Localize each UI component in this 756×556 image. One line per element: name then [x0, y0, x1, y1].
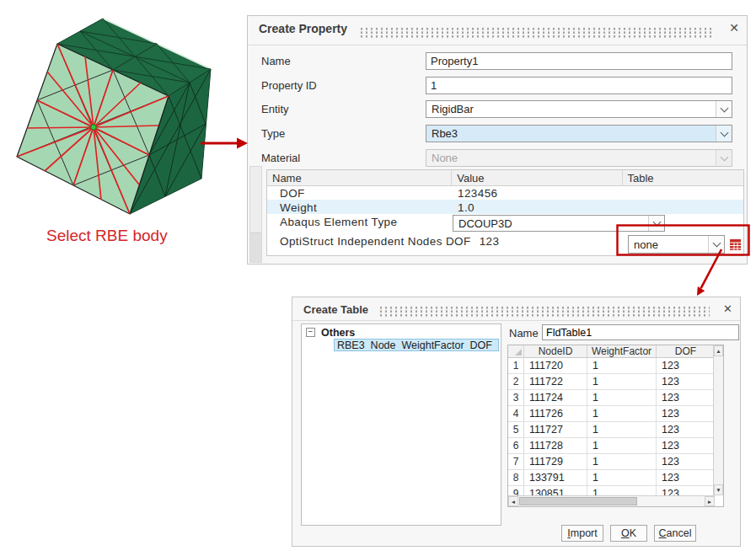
cell-dof[interactable]: 123	[657, 422, 715, 438]
cell-dof[interactable]: 123	[657, 470, 715, 486]
row-number[interactable]: 4	[508, 406, 524, 422]
cancel-button[interactable]: Cancel	[654, 525, 696, 542]
node-table: NodeID WeightFactor DOF 1111720112321117…	[507, 345, 724, 507]
cell-node-id[interactable]: 111724	[524, 390, 587, 406]
property-row: Abaqus Element Type DCOUP3D	[267, 214, 743, 233]
cell-weight-factor[interactable]: 1	[587, 454, 657, 470]
table-name-input[interactable]	[542, 324, 739, 340]
table-row: 11117201123	[508, 358, 715, 374]
table-row: 61117281123	[508, 438, 715, 454]
cell-dof[interactable]: 123	[657, 374, 715, 390]
cell-node-id[interactable]: 111727	[524, 422, 587, 438]
collapse-icon[interactable]: −	[306, 328, 315, 337]
row-number[interactable]: 5	[508, 422, 524, 438]
material-label: Material	[261, 152, 300, 164]
property-row: Weight 1.0	[267, 200, 743, 214]
table-type-tree: − Others RBE3_Node_WeightFactor_DOF	[301, 323, 501, 526]
name-label: Name	[261, 55, 291, 67]
column-header-dof[interactable]: DOF	[657, 345, 715, 357]
cell-node-id[interactable]: 111722	[524, 374, 587, 390]
row-number[interactable]: 6	[508, 438, 524, 454]
chevron-down-icon	[720, 128, 728, 136]
cell-node-id[interactable]: 111728	[524, 438, 587, 454]
column-header-value[interactable]: Value	[452, 170, 622, 185]
row-number[interactable]: 7	[508, 454, 524, 470]
cell-weight-factor[interactable]: 1	[587, 390, 657, 406]
entity-dropdown-button[interactable]	[716, 101, 732, 117]
row-number[interactable]: 8	[508, 470, 524, 486]
create-table-dialog: Create Table ✕ − Others RBE3_Node_Weight…	[292, 297, 741, 547]
chevron-down-icon	[720, 152, 728, 161]
optistruct-dof-value[interactable]: 123	[480, 235, 500, 248]
scrollbar-thumb[interactable]	[250, 233, 261, 262]
tree-item-rbe3-node-weightfactor-dof[interactable]: RBE3_Node_WeightFactor_DOF	[334, 339, 499, 351]
table-name-label: Name	[509, 327, 539, 339]
open-table-icon[interactable]	[729, 238, 742, 251]
cell-weight-factor[interactable]: 1	[587, 374, 657, 390]
entity-combo[interactable]: RigidBar	[426, 100, 732, 118]
cell-weight-factor[interactable]: 1	[587, 438, 657, 454]
rbe-center-node	[91, 125, 96, 130]
divider	[292, 320, 740, 321]
cell-weight-factor[interactable]: 1	[587, 422, 657, 438]
scroll-left-icon[interactable]: ◄	[508, 496, 518, 506]
create-property-dialog: Create Property ✕ Name Property ID Entit…	[247, 15, 748, 265]
dropdown-button[interactable]	[708, 236, 724, 253]
select-all-corner[interactable]	[508, 345, 524, 357]
column-header-nodeid[interactable]: NodeID	[524, 345, 587, 357]
dialog-drag-handle[interactable]	[378, 306, 710, 317]
row-number[interactable]: 2	[508, 374, 524, 390]
table-select-combo[interactable]: none	[628, 235, 725, 254]
type-label: Type	[261, 127, 285, 140]
property-row: OptiStruct Independent Nodes DOF 123 non…	[267, 233, 743, 256]
chevron-down-icon	[652, 218, 661, 227]
cell-node-id[interactable]: 111720	[524, 358, 587, 374]
cell-node-id[interactable]: 111726	[524, 406, 587, 422]
cell-dof[interactable]: 123	[657, 438, 715, 454]
close-icon[interactable]: ✕	[723, 302, 732, 316]
type-dropdown-button[interactable]	[716, 126, 732, 142]
optistruct-dof-label: OptiStruct Independent Nodes DOF	[280, 235, 471, 248]
column-header-weightfactor[interactable]: WeightFactor	[587, 345, 657, 357]
scroll-right-icon[interactable]: ►	[705, 496, 715, 506]
row-number[interactable]: 1	[508, 358, 524, 374]
chevron-down-icon	[720, 104, 728, 112]
abaqus-element-type-combo[interactable]: DCOUP3D	[453, 215, 665, 232]
property-id-label: Property ID	[261, 79, 317, 92]
dropdown-button[interactable]	[648, 216, 664, 231]
table-row: 81337911123	[508, 470, 715, 486]
name-input[interactable]	[426, 52, 732, 70]
dialog-drag-handle[interactable]	[359, 27, 713, 38]
table-row: 31117241123	[508, 390, 715, 406]
cell-dof[interactable]: 123	[657, 454, 715, 470]
corner-triangle-icon	[515, 349, 522, 356]
cell-node-id[interactable]: 133791	[524, 470, 587, 486]
scroll-up-icon[interactable]: ▲	[714, 345, 723, 356]
cell-dof[interactable]: 123	[657, 358, 715, 374]
scrollbar-thumb[interactable]	[519, 497, 637, 505]
column-header-name[interactable]: Name	[267, 170, 452, 185]
property-grid: Name Value Table DOF 123456 Weight 1.0 A…	[266, 169, 744, 256]
type-combo[interactable]: Rbe3	[426, 125, 732, 142]
cell-weight-factor[interactable]: 1	[587, 470, 657, 486]
property-id-input[interactable]	[426, 77, 732, 94]
close-icon[interactable]: ✕	[729, 21, 739, 35]
rbe-cube-illustration	[5, 8, 217, 221]
row-number[interactable]: 3	[508, 390, 524, 406]
vertical-scrollbar: ▲ ▼	[713, 345, 723, 495]
dialog-title: Create Property	[259, 22, 347, 35]
dialog-button-bar: ImportOKCancel	[561, 525, 696, 542]
scroll-down-icon[interactable]: ▼	[714, 484, 723, 495]
column-header-table[interactable]: Table	[623, 170, 744, 185]
node-table-header: NodeID WeightFactor DOF	[508, 345, 715, 358]
ok-button[interactable]: OK	[610, 525, 647, 542]
cell-dof[interactable]: 123	[657, 406, 715, 422]
screenshot-root: Select RBE body Create Property ✕ Name P…	[0, 0, 756, 556]
import-button[interactable]: Import	[561, 525, 603, 542]
cell-weight-factor[interactable]: 1	[587, 358, 657, 374]
cell-weight-factor[interactable]: 1	[587, 406, 657, 422]
table-row: 41117261123	[508, 406, 715, 422]
cell-node-id[interactable]: 111729	[524, 454, 587, 470]
cell-dof[interactable]: 123	[657, 390, 715, 406]
horizontal-scrollbar: ◄ ►	[508, 495, 715, 506]
